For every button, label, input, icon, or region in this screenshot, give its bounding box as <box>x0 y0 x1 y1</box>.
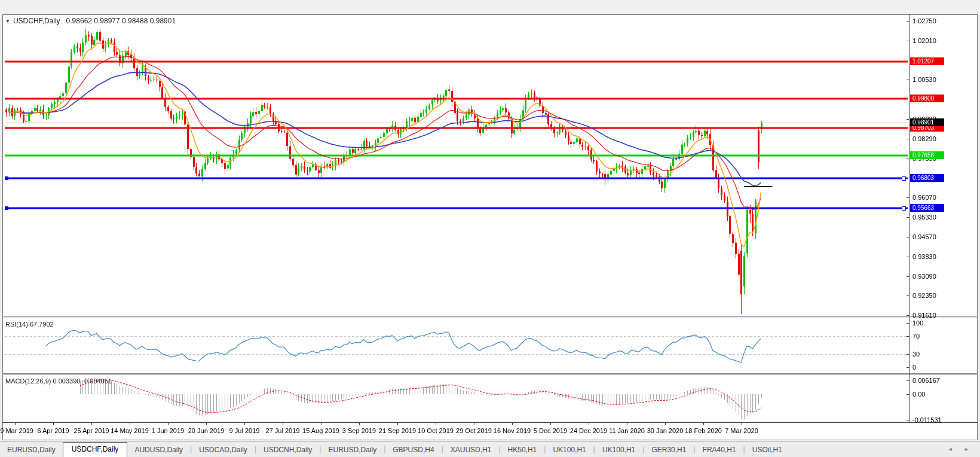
tab-usdcnh-daily[interactable]: USDCNH,Daily <box>256 443 319 457</box>
tab-uk100-h1[interactable]: UK100,H1 <box>546 443 593 457</box>
chart-symbol-period: USDCHF,Daily <box>13 17 60 25</box>
price-axis[interactable] <box>909 14 980 422</box>
tab-usoil-h1[interactable]: USOil,H1 <box>745 443 789 457</box>
tab-eurusd-daily[interactable]: EURUSD,Daily <box>0 443 63 457</box>
chart-title: ▼USDCHF,Daily0.98662 0.98977 0.98488 0.9… <box>5 17 176 25</box>
date-axis[interactable] <box>2 423 909 440</box>
tab-ger30-h1[interactable]: GER30,H1 <box>644 443 693 457</box>
price-level-tag[interactable]: 0.97658 <box>910 151 944 159</box>
mt4-window: ▼ M1M5M15M30H1H4D1W1MN ▼USDCHF,Daily0.98… <box>0 0 980 457</box>
macd-pane-title: MACD(12,26,9) 0.003390 -0.004051 <box>5 377 112 385</box>
tab-usdcad-daily[interactable]: USDCAD,Daily <box>192 443 255 457</box>
tab-hk50-h1[interactable]: HK50,H1 <box>501 443 544 457</box>
price-level-tag[interactable]: 1.01207 <box>910 57 944 65</box>
price-level-tag[interactable]: 0.96803 <box>910 174 944 182</box>
chart-ohlc-values: 0.98662 0.98977 0.98488 0.98901 <box>66 17 176 25</box>
rsi-label: RSI(14) <box>5 321 28 328</box>
chart-tab-bar: EURUSD,DailyUSDCHF,DailyAUDUSD,Daily|USD… <box>0 441 980 457</box>
price-chart-canvas[interactable] <box>0 0 980 457</box>
tab-eurusd-daily[interactable]: EURUSD,Daily <box>321 443 384 457</box>
tab-gbpusd-h4[interactable]: GBPUSD,H4 <box>385 443 441 457</box>
tab-xauusd-h1[interactable]: XAUUSD,H1 <box>443 443 499 457</box>
tab-scroll-arrows[interactable]: ◄ ► <box>948 446 974 452</box>
tab-audusd-daily[interactable]: AUDUSD,Daily <box>127 443 190 457</box>
price-level-tag[interactable]: 0.99800 <box>910 95 944 102</box>
tab-fra40-h1[interactable]: FRA40,H1 <box>696 443 743 457</box>
tab-uk100-h1[interactable]: UK100,H1 <box>595 443 642 457</box>
macd-label: MACD(12,26,9) <box>5 377 51 385</box>
current-price-tag: 0.98901 <box>910 118 944 126</box>
chart-window: ▼USDCHF,Daily0.98662 0.98977 0.98488 0.9… <box>0 0 980 457</box>
tab-usdchf-daily[interactable]: USDCHF,Daily <box>63 442 128 457</box>
price-level-tag[interactable]: 0.95663 <box>910 204 944 212</box>
collapse-arrow-icon[interactable]: ▼ <box>5 19 10 24</box>
macd-values: 0.003390 -0.004051 <box>53 377 111 385</box>
rsi-value: 67.7902 <box>30 321 54 328</box>
rsi-pane-title: RSI(14) 67.7902 <box>5 321 54 328</box>
